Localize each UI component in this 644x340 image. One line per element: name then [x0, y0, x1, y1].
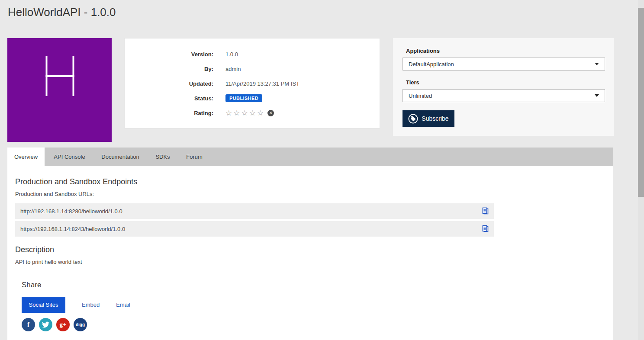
share-tab-email[interactable]: Email [116, 302, 130, 308]
share-tab-social-sites[interactable]: Social Sites [22, 297, 65, 313]
subscribe-button[interactable]: Subscribe [402, 110, 454, 127]
share-section: Share Social Sites Embed Email f g+ digg [22, 281, 613, 331]
endpoint-url-row: https://192.168.1.14:8243/helloworld/1.0… [15, 221, 494, 237]
thumbnail-letter-h-icon [7, 38, 112, 142]
share-heading: Share [22, 281, 613, 289]
overview-tab-content: Production and Sandbox Endpoints Product… [7, 166, 613, 340]
description-text: API to print hello world text [15, 259, 613, 265]
share-tab-embed[interactable]: Embed [82, 302, 100, 308]
tiers-select[interactable]: Unlimited [402, 89, 605, 102]
version-label: Version: [125, 51, 213, 58]
tiers-selected-value: Unlimited [409, 93, 432, 99]
applications-label: Applications [406, 48, 440, 54]
updated-label: Updated: [125, 80, 213, 87]
tag-icon [408, 114, 418, 124]
tab-documentation[interactable]: Documentation [94, 148, 146, 166]
social-icons: f g+ digg [22, 318, 613, 331]
tab-overview[interactable]: Overview [7, 148, 45, 166]
tab-api-console[interactable]: API Console [45, 148, 94, 166]
digg-icon[interactable]: digg [74, 318, 87, 331]
copy-icon[interactable] [482, 225, 489, 233]
rating-stars[interactable]: ☆☆☆☆☆ [225, 109, 265, 118]
api-info-panel: Version: 1.0.0 By: admin Updated: 11/Apr… [124, 38, 380, 128]
rating-label: Rating: [125, 110, 213, 116]
status-label: Status: [125, 95, 213, 102]
sandbox-endpoint-url: https://192.168.1.14:8243/helloworld/1.0… [20, 226, 125, 232]
description-heading: Description [15, 245, 613, 254]
tiers-label: Tiers [406, 79, 419, 86]
page-title: HelloWorldAPI - 1.0.0 [8, 6, 116, 19]
api-thumbnail [7, 38, 112, 142]
updated-value: 11/Apr/2019 13:27:31 PM IST [225, 80, 299, 87]
facebook-icon[interactable]: f [22, 318, 35, 331]
info-row-status: Status: PUBLISHED [125, 91, 380, 106]
applications-select[interactable]: DefaultApplication [402, 58, 605, 71]
by-label: By: [125, 66, 213, 72]
endpoint-url-row: http://192.168.1.14:8280/helloworld/1.0.… [15, 203, 494, 219]
vertical-scrollbar[interactable] [638, 0, 644, 340]
info-row-rating: Rating: ☆☆☆☆☆ ✕ [125, 106, 380, 120]
status-badge: PUBLISHED [225, 94, 262, 102]
subscription-panel: Applications DefaultApplication Tiers Un… [393, 38, 614, 136]
subscribe-button-label: Subscribe [422, 115, 448, 122]
endpoints-subheading: Production and Sandbox URLs: [15, 191, 613, 197]
info-row-version: Version: 1.0.0 [125, 47, 380, 61]
google-plus-icon[interactable]: g+ [56, 318, 70, 331]
by-value: admin [225, 66, 241, 72]
info-row-updated: Updated: 11/Apr/2019 13:27:31 PM IST [125, 76, 380, 91]
applications-selected-value: DefaultApplication [409, 61, 454, 67]
share-tabs: Social Sites Embed Email [22, 297, 613, 313]
scrollbar-thumb[interactable] [638, 8, 644, 197]
twitter-icon[interactable] [39, 318, 52, 331]
chevron-down-icon [595, 94, 599, 97]
info-row-by: By: admin [125, 61, 380, 76]
tab-forum[interactable]: Forum [179, 148, 209, 166]
copy-icon[interactable] [482, 207, 489, 215]
tab-bar: Overview API Console Documentation SDKs … [7, 148, 613, 166]
version-value: 1.0.0 [225, 51, 238, 58]
chevron-down-icon [595, 63, 599, 65]
tab-sdks[interactable]: SDKs [146, 148, 179, 166]
rating-clear-icon[interactable]: ✕ [267, 110, 274, 116]
endpoints-heading: Production and Sandbox Endpoints [15, 166, 613, 186]
production-endpoint-url: http://192.168.1.14:8280/helloworld/1.0.… [20, 208, 122, 215]
